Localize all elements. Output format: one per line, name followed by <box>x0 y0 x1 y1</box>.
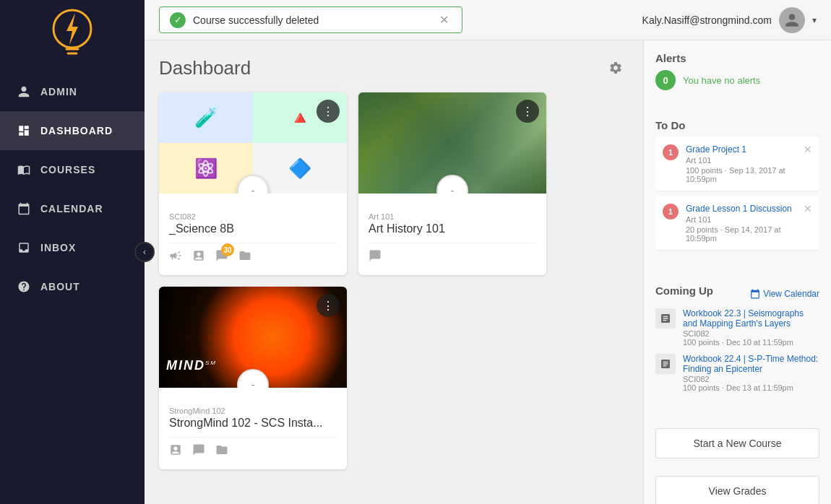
grades-icon-sm102[interactable] <box>169 443 182 456</box>
topbar: ✓ Course successfully deleted ✕ Kaly.Nas… <box>145 0 831 40</box>
sidebar-item-inbox[interactable]: INBOX <box>0 228 145 267</box>
card-image-sm102: MINDSM ⋮ - <box>159 287 347 388</box>
course-card-sci082-menu-button[interactable]: ⋮ <box>317 100 340 123</box>
sidebar-item-dashboard-label: DASHBOARD <box>40 125 113 136</box>
discussions-icon-art101[interactable] <box>369 249 382 262</box>
coming-item-0-title[interactable]: Workbook 22.3 | Seismographs and Mapping… <box>683 308 819 329</box>
sidebar-collapse-button[interactable]: ‹ <box>134 242 155 262</box>
start-new-course-button[interactable]: Start a New Course <box>655 428 819 459</box>
card-actions-art101 <box>369 243 536 268</box>
todo-item-1-meta: 20 points · Sep 14, 2017 at 10:59pm <box>686 225 796 243</box>
calendar-icon <box>17 202 30 215</box>
courses-grid: 🧪 🔺 ⚛️ 🔷 ⋮ - SCI082 _Science 8B <box>159 92 629 469</box>
coming-item-0-due: Dec 10 at 11:59pm <box>726 338 793 347</box>
right-panel: Alerts 0 You have no alerts To Do 1 Grad… <box>643 40 831 504</box>
coming-item-1-title[interactable]: Workbook 22.4 | S-P-Time Method: Finding… <box>683 354 819 374</box>
main-content: ✓ Course successfully deleted ✕ Kaly.Nas… <box>145 0 831 504</box>
card-image-sci082: 🧪 🔺 ⚛️ 🔷 ⋮ - <box>159 92 347 194</box>
coming-item-0-icon <box>655 308 676 329</box>
sci-img-flask: 🧪 <box>159 92 253 143</box>
book-icon <box>17 163 30 176</box>
sidebar-item-calendar[interactable]: CALENDAR <box>0 189 145 228</box>
course-card-sm102: MINDSM ⋮ - StrongMind 102 StrongMind 102… <box>159 287 347 469</box>
todo-item-1-num: 1 <box>663 204 679 220</box>
todo-item-0-title[interactable]: Grade Project 1 <box>686 144 796 155</box>
coming-item-0-content: Workbook 22.3 | Seismographs and Mapping… <box>683 308 819 347</box>
card-body-sm102: StrongMind 102 StrongMind 102 - SCS Inst… <box>159 388 347 469</box>
coming-item-1-meta: 100 points · Dec 13 at 11:59pm <box>683 383 819 392</box>
user-dropdown-icon[interactable]: ▾ <box>812 15 817 25</box>
help-icon <box>17 280 30 293</box>
discussions-icon-sci082[interactable]: 30 <box>215 249 228 262</box>
coming-item-0-course: SCI082 <box>683 329 819 338</box>
grades-icon-sci082[interactable] <box>192 249 205 262</box>
sidebar-item-inbox-label: INBOX <box>40 242 76 253</box>
sidebar-item-admin[interactable]: ADMIN <box>0 72 145 111</box>
sidebar: ADMIN DASHBOARD COURSES CALENDAR <box>0 0 145 504</box>
sm102-progress-value: - <box>251 379 255 388</box>
card-course-name-art101: Art History 101 <box>369 222 536 235</box>
view-calendar-label: View Calendar <box>763 289 819 299</box>
todo-item-0-content: Grade Project 1 Art 101 100 points · Sep… <box>686 144 796 183</box>
coming-up-header: Coming Up View Calendar <box>655 284 819 303</box>
page-title: Dashboard <box>159 57 251 79</box>
course-card-art101-menu-button[interactable]: ⋮ <box>516 100 539 123</box>
avatar <box>779 7 805 33</box>
todo-item-1-title[interactable]: Grade Lesson 1 Discussion <box>686 204 796 214</box>
body-layout: Dashboard 🧪 🔺 ⚛️ 🔷 <box>145 40 831 504</box>
sidebar-nav: ADMIN DASHBOARD COURSES CALENDAR <box>0 72 145 306</box>
todo-item-1-content: Grade Lesson 1 Discussion Art 101 20 poi… <box>686 204 796 243</box>
strongmind-logo-text: MINDSM <box>166 358 217 373</box>
notification-close-button[interactable]: ✕ <box>436 12 452 28</box>
workbook-icon-1 <box>660 358 671 370</box>
coming-item-0-points: 100 points <box>683 338 720 347</box>
todo-item-1-close-button[interactable]: ✕ <box>804 204 812 214</box>
card-body-art101: Art 101 Art History 101 <box>358 194 546 275</box>
discussions-icon-sm102[interactable] <box>192 443 205 456</box>
sidebar-item-about[interactable]: ABOUT <box>0 267 145 306</box>
view-calendar-link[interactable]: View Calendar <box>750 289 819 299</box>
card-body-sci082: SCI082 _Science 8B 30 <box>159 194 347 275</box>
coming-up-title: Coming Up <box>655 284 713 297</box>
folder-icon-sm102[interactable] <box>215 443 228 456</box>
todo-item-0-meta: 100 points · Sep 13, 2017 at 10:59pm <box>686 166 796 183</box>
sidebar-item-admin-label: ADMIN <box>40 86 77 97</box>
notification-bar: ✓ Course successfully deleted ✕ <box>159 6 462 33</box>
art101-progress-value: - <box>451 185 455 194</box>
alerts-message: You have no alerts <box>683 75 760 86</box>
inbox-icon <box>17 241 30 254</box>
notification-success-icon: ✓ <box>170 12 186 28</box>
view-grades-button[interactable]: View Grades <box>655 476 819 504</box>
course-card-sci082: 🧪 🔺 ⚛️ 🔷 ⋮ - SCI082 _Science 8B <box>159 92 347 275</box>
sci082-progress-value: - <box>251 185 255 194</box>
coming-item-1: Workbook 22.4 | S-P-Time Method: Finding… <box>655 354 819 392</box>
person-icon <box>17 85 30 98</box>
coming-item-1-due: Dec 13 at 11:59pm <box>726 383 793 392</box>
todo-item-0-course: Art 101 <box>686 156 796 165</box>
coming-item-1-icon <box>655 354 676 374</box>
card-course-code-art101: Art 101 <box>369 212 536 221</box>
todo-item-0-close-button[interactable]: ✕ <box>804 144 812 155</box>
card-course-name-sci082: _Science 8B <box>169 222 337 235</box>
course-card-sm102-menu-button[interactable]: ⋮ <box>317 294 340 317</box>
coming-item-1-points: 100 points <box>683 383 720 392</box>
sidebar-item-dashboard[interactable]: DASHBOARD <box>0 111 145 150</box>
user-area[interactable]: Kaly.Nasiff@strongmind.com ▾ <box>642 7 817 33</box>
coming-item-1-content: Workbook 22.4 | S-P-Time Method: Finding… <box>683 354 819 392</box>
coming-item-0: Workbook 22.3 | Seismographs and Mapping… <box>655 308 819 347</box>
sidebar-item-courses[interactable]: COURSES <box>0 150 145 189</box>
card-course-code-sci082: SCI082 <box>169 212 337 221</box>
sidebar-item-about-label: ABOUT <box>40 281 80 292</box>
user-email: Kaly.Nasiff@strongmind.com <box>642 14 772 26</box>
dashboard-icon <box>17 124 30 137</box>
card-image-art101: ⋮ - <box>358 92 546 194</box>
todo-item-0-num: 1 <box>663 144 679 160</box>
notification-text: Course successfully deleted <box>193 14 429 26</box>
course-card-art101: ⋮ - Art 101 Art History 101 <box>358 92 546 275</box>
announcements-icon-sci082[interactable] <box>169 249 182 262</box>
sidebar-item-calendar-label: CALENDAR <box>40 203 103 214</box>
coming-item-1-course: SCI082 <box>683 375 819 383</box>
todo-item-1-points: 20 points <box>686 225 718 234</box>
dashboard-settings-button[interactable] <box>603 55 629 81</box>
folder-icon-sci082[interactable] <box>238 249 251 262</box>
